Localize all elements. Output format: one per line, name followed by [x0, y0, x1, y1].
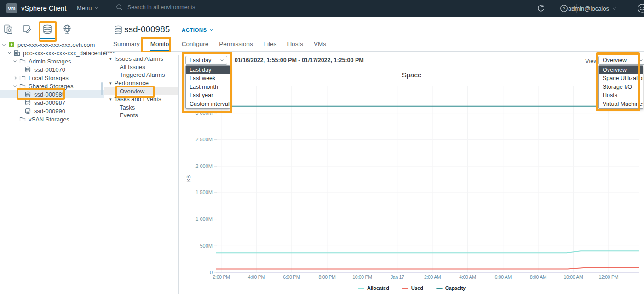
tree-item[interactable]: Shared Storages	[0, 82, 104, 90]
chevron-collapsed-icon[interactable]	[13, 76, 17, 79]
monitor-nav-triggered-alarms[interactable]: Triggered Alarms	[104, 71, 178, 79]
legend-swatch	[358, 288, 364, 289]
option-last-month[interactable]: Last month	[186, 83, 230, 91]
chevron-down-icon	[613, 6, 616, 9]
vmware-logo: vm	[6, 3, 17, 13]
user-menu[interactable]: admin@localos	[568, 0, 615, 17]
option-space-utilization[interactable]: Space Utilization	[599, 74, 643, 82]
tree-item-label: Local Storages	[29, 75, 69, 81]
monitor-nav-label: Performance	[115, 80, 149, 86]
tab-files[interactable]: Files	[264, 38, 277, 51]
option-storage-i-o[interactable]: Storage I/O	[599, 83, 643, 91]
tree-item[interactable]: ssd-000987	[0, 98, 104, 107]
monitor-nav-label: Events	[120, 112, 138, 119]
folder-icon	[19, 83, 26, 89]
actions-button[interactable]: ACTIONS	[182, 27, 213, 33]
tree-item-label: Shared Storages	[29, 83, 74, 90]
divider	[176, 25, 176, 35]
section-collapse-icon[interactable]: ▾	[109, 81, 112, 86]
tab-permissions[interactable]: Permissions	[219, 38, 253, 51]
option-overview[interactable]: Overview	[599, 66, 643, 74]
feedback-icon[interactable]	[637, 3, 644, 14]
x-tick-label: Jan 17	[391, 274, 404, 280]
divider	[109, 4, 109, 13]
option-last-year[interactable]: Last year	[186, 91, 230, 99]
datastore-icon	[25, 99, 32, 106]
legend-swatch	[436, 288, 443, 289]
chevron-down-icon	[220, 58, 224, 61]
time-range-select[interactable]: Last day	[185, 56, 227, 65]
tab-summary[interactable]: Summary	[113, 38, 140, 51]
datastore-icon	[114, 25, 122, 36]
monitor-nav-performance[interactable]: ▾Performance	[104, 79, 178, 87]
folder-icon	[19, 116, 26, 122]
vms-templates-icon[interactable]	[22, 24, 33, 35]
time-range-dropdown: Last dayLast weekLast monthLast yearCust…	[185, 65, 230, 109]
option-custom-interval[interactable]: Custom interval	[186, 100, 230, 108]
user-name: admin@localos	[568, 5, 609, 12]
chevron-down-icon	[210, 28, 213, 31]
refresh-button[interactable]	[536, 0, 546, 17]
tree-item-label: pcc-xxx-xxx-xxx-xxx.ovh.com	[17, 41, 95, 48]
chevron-expanded-icon[interactable]	[13, 84, 17, 87]
tree-item[interactable]: ssd-000985	[0, 90, 104, 98]
legend-label: Allocated	[367, 285, 389, 291]
x-tick-label: 8:00 AM	[530, 274, 546, 280]
chart-legend: AllocatedUsedCapacity	[179, 285, 644, 291]
datacenter-icon	[14, 50, 21, 56]
x-tick-label: 10:00 PM	[352, 274, 372, 280]
search-input[interactable]: Search in all environments	[116, 4, 309, 11]
x-tick-label: 6:00 PM	[283, 274, 300, 280]
tree-item-label: ssd-000987	[34, 99, 65, 106]
y-tick-label: 1 000M	[196, 216, 213, 222]
section-collapse-icon[interactable]: ▾	[109, 57, 112, 61]
tab-monitor[interactable]: Monitor	[150, 38, 171, 51]
tree-item[interactable]: pcc-xxx-xxx-xxx-xxx_datacenter***	[0, 49, 104, 57]
tab-hosts[interactable]: Hosts	[287, 38, 303, 51]
view-value: Overview	[603, 57, 627, 63]
y-tick-label: 2 000M	[196, 163, 213, 169]
tree-item-label: ssd-000990	[34, 108, 65, 115]
menu-button[interactable]: Menu	[77, 5, 98, 12]
view-select[interactable]: Overview	[598, 56, 644, 65]
tree-item[interactable]: ssd-000990	[0, 107, 104, 115]
tab-configure[interactable]: Configure	[182, 38, 209, 51]
tab-vms[interactable]: VMs	[314, 38, 326, 51]
tree-item-label: vSAN Storages	[29, 116, 69, 123]
option-virtual-machines[interactable]: Virtual Machines	[599, 100, 643, 108]
tree-item[interactable]: Local Storages	[0, 74, 104, 82]
monitor-nav-label: Tasks and Events	[115, 96, 161, 103]
tree-item[interactable]: vSAN Storages	[0, 115, 104, 123]
folder-icon	[19, 58, 26, 64]
chevron-down-icon	[639, 58, 643, 61]
inventory-icon-strip	[0, 17, 104, 40]
tree-item[interactable]: ssd-001070	[0, 65, 104, 74]
search-placeholder: Search in all environments	[127, 4, 195, 11]
tree-item[interactable]: Admin Storages	[0, 57, 104, 65]
monitor-nav-all-issues[interactable]: All Issues	[104, 63, 178, 71]
monitor-nav-issues-and-alarms[interactable]: ▾Issues and Alarms	[104, 55, 178, 63]
chevron-expanded-icon[interactable]	[8, 51, 11, 54]
monitor-nav-tasks[interactable]: Tasks	[104, 104, 178, 112]
tree-item[interactable]: pcc-xxx-xxx-xxx-xxx.ovh.com	[0, 40, 104, 49]
x-tick-label: 10:00 AM	[564, 274, 583, 280]
monitor-nav-tasks-and-events[interactable]: ▾Tasks and Events	[104, 95, 178, 104]
monitor-nav-overview[interactable]: Overview	[104, 87, 178, 95]
option-hosts[interactable]: Hosts	[599, 91, 643, 99]
hosts-clusters-icon[interactable]	[3, 24, 14, 35]
chevron-expanded-icon[interactable]	[13, 59, 17, 62]
storage-icon[interactable]	[42, 24, 53, 35]
monitor-nav-label: All Issues	[120, 63, 145, 70]
networking-icon[interactable]	[62, 24, 73, 35]
option-last-week[interactable]: Last week	[186, 74, 230, 82]
option-last-day[interactable]: Last day	[186, 66, 230, 74]
section-collapse-icon[interactable]: ▾	[109, 97, 112, 102]
tree-scrollbar-thumb[interactable]	[101, 82, 103, 95]
y-tick-label: 1 500M	[196, 190, 213, 195]
divider	[104, 51, 644, 52]
chevron-expanded-icon[interactable]	[2, 42, 6, 46]
inventory-tree: pcc-xxx-xxx-xxx-xxx.ovh.compcc-xxx-xxx-x…	[0, 40, 104, 123]
menu-label: Menu	[77, 5, 92, 12]
monitor-nav-events[interactable]: Events	[104, 111, 178, 120]
x-tick-label: 8:00 PM	[319, 274, 336, 280]
